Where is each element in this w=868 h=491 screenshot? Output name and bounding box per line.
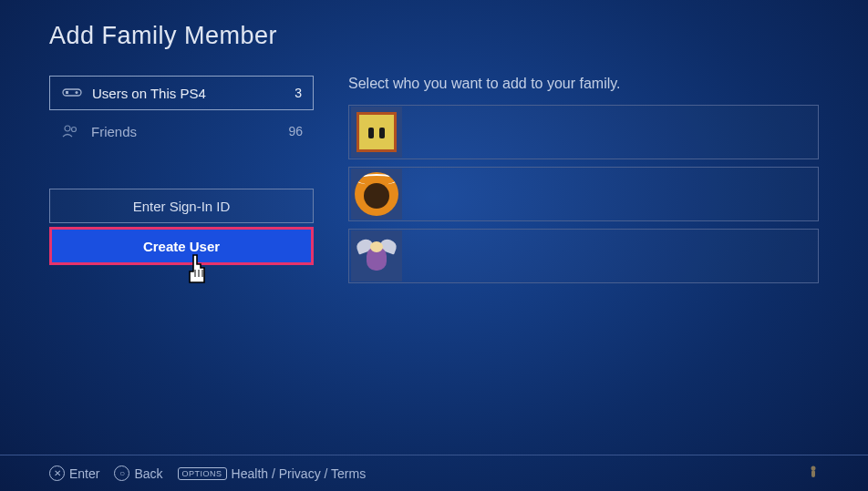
footer-label: Back (134, 466, 162, 481)
avatar (351, 169, 402, 220)
svg-point-2 (76, 91, 78, 94)
cross-icon: ✕ (49, 465, 65, 481)
circle-icon: ○ (114, 465, 129, 481)
footer-label: Enter (69, 466, 99, 481)
svg-point-4 (72, 128, 77, 132)
footer-label: Health / Privacy / Terms (232, 466, 367, 481)
sidebar-category-label: Users on This PS4 (92, 86, 294, 101)
sidebar-category-users[interactable]: Users on This PS4 3 (49, 76, 314, 110)
svg-point-5 (811, 466, 816, 471)
controller-icon (61, 86, 83, 100)
create-user-button[interactable]: Create User (49, 227, 314, 265)
user-row[interactable] (348, 229, 819, 283)
options-badge: OPTIONS (178, 467, 227, 480)
page-title: Add Family Member (49, 22, 819, 50)
footer-bar: ✕ Enter ○ Back OPTIONS Health / Privacy … (0, 455, 868, 482)
sidebar: Users on This PS4 3 Friends 96 Enter Sig… (49, 76, 314, 291)
svg-rect-1 (66, 91, 68, 94)
sidebar-category-label: Friends (91, 124, 288, 139)
enter-signin-id-button[interactable]: Enter Sign-In ID (49, 189, 314, 223)
footer-enter: ✕ Enter (49, 465, 99, 481)
sidebar-category-count: 3 (294, 86, 302, 100)
avatar (351, 107, 402, 158)
button-label: Create User (143, 239, 220, 254)
main-panel: Select who you want to add to your famil… (348, 76, 819, 291)
sidebar-category-friends[interactable]: Friends 96 (49, 114, 314, 148)
user-row[interactable] (348, 105, 819, 159)
user-row[interactable] (348, 167, 819, 221)
svg-rect-6 (811, 470, 815, 477)
person-icon (808, 465, 819, 482)
friends-icon (60, 124, 82, 138)
cursor-pointer-icon (182, 253, 212, 290)
footer-right-icons (808, 465, 819, 482)
avatar (351, 230, 402, 281)
svg-point-3 (65, 126, 70, 131)
button-label: Enter Sign-In ID (133, 199, 231, 214)
sidebar-category-count: 96 (288, 124, 303, 138)
footer-options: OPTIONS Health / Privacy / Terms (178, 466, 367, 481)
instruction-text: Select who you want to add to your famil… (348, 76, 819, 92)
footer-back: ○ Back (114, 465, 162, 481)
